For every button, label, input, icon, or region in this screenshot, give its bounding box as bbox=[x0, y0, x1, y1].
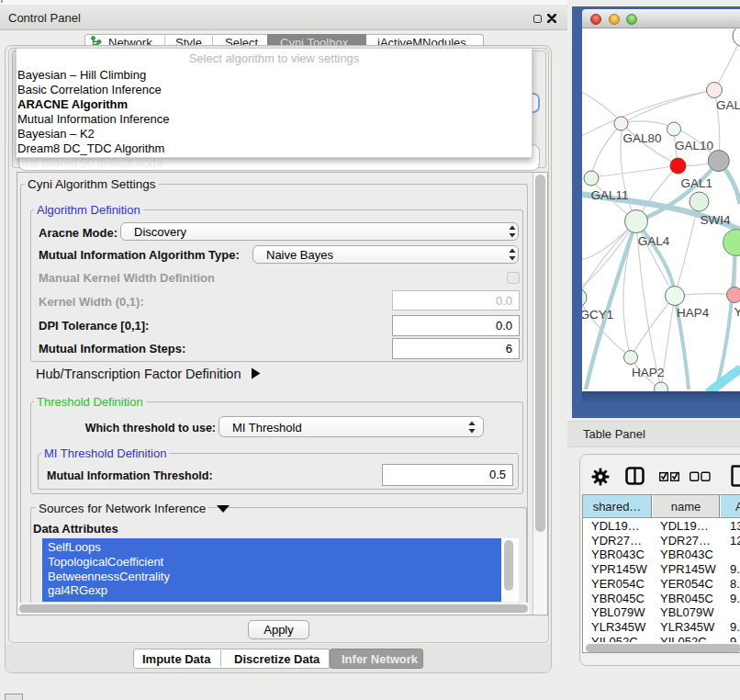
svg-text:HAP2: HAP2 bbox=[632, 366, 664, 379]
svg-text:HAP4: HAP4 bbox=[677, 306, 710, 320]
svg-text:GAL4: GAL4 bbox=[638, 234, 670, 248]
svg-text:Y: Y bbox=[734, 305, 740, 319]
svg-text:GCY1: GCY1 bbox=[582, 308, 613, 322]
svg-text:GAL7: GAL7 bbox=[716, 98, 740, 112]
svg-text:SWI4: SWI4 bbox=[701, 213, 731, 227]
svg-text:GAL80: GAL80 bbox=[623, 131, 662, 145]
svg-text:GAL11: GAL11 bbox=[591, 188, 629, 202]
svg-text:GAL1: GAL1 bbox=[681, 176, 713, 190]
svg-text:GAL10: GAL10 bbox=[675, 139, 713, 152]
